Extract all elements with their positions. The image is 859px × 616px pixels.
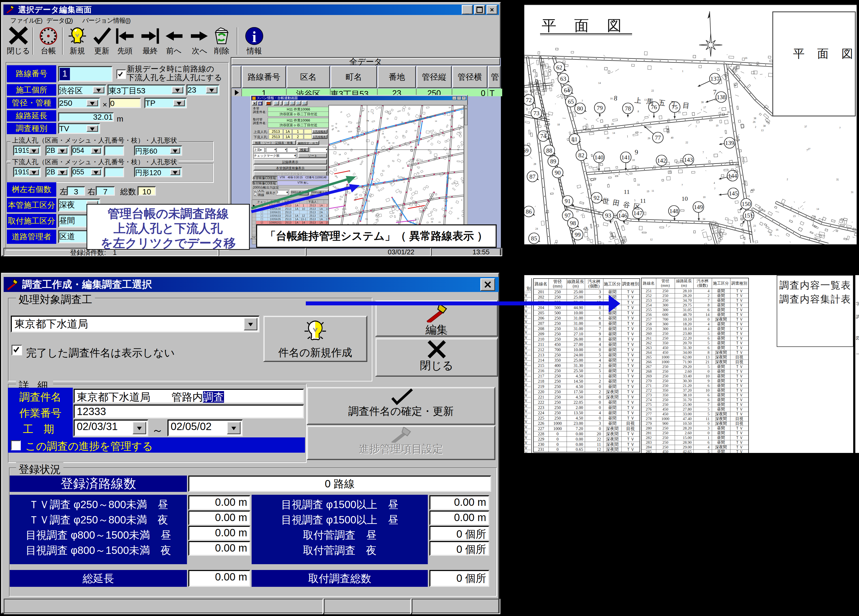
svg-text:30: 30 [410, 146, 412, 147]
svg-text:139: 139 [725, 140, 734, 146]
svg-text:平面図: 平面図 [542, 17, 639, 34]
svg-text:7: 7 [703, 151, 704, 154]
svg-text:9: 9 [635, 149, 638, 156]
svg-text:86: 86 [526, 208, 532, 215]
svg-text:19: 19 [576, 210, 578, 213]
svg-text:90: 90 [555, 169, 561, 176]
svg-text:38: 38 [763, 124, 766, 127]
svg-text:1: 1 [372, 170, 373, 172]
svg-text:93: 93 [605, 212, 611, 219]
svg-text:18: 18 [412, 159, 414, 161]
svg-text:19: 19 [647, 190, 649, 193]
svg-text:15: 15 [731, 225, 734, 228]
svg-text:145: 145 [729, 190, 738, 197]
svg-text:64: 64 [564, 87, 570, 94]
svg-text:23: 23 [793, 215, 796, 217]
svg-text:6: 6 [545, 64, 547, 67]
svg-text:35: 35 [547, 123, 550, 126]
svg-text:5: 5 [371, 166, 372, 167]
svg-text:2: 2 [404, 181, 405, 183]
svg-text:97: 97 [565, 212, 571, 219]
svg-text:14: 14 [612, 131, 615, 134]
svg-text:30: 30 [701, 101, 704, 104]
svg-text:18: 18 [339, 153, 341, 155]
svg-text:39: 39 [813, 215, 815, 218]
svg-text:7: 7 [417, 166, 418, 168]
svg-text:世田谷区: 世田谷区 [602, 197, 645, 211]
svg-text:7: 7 [586, 227, 587, 230]
svg-text:23: 23 [593, 220, 595, 223]
svg-text:13: 13 [457, 217, 459, 219]
svg-text:12: 12 [347, 158, 349, 159]
svg-text:26: 26 [753, 120, 755, 124]
svg-text:25: 25 [382, 133, 384, 134]
svg-text:18: 18 [392, 178, 395, 180]
svg-text:92: 92 [594, 195, 600, 201]
svg-text:79: 79 [597, 105, 603, 111]
svg-text:23: 23 [753, 224, 756, 227]
svg-text:5: 5 [368, 111, 369, 113]
svg-text:73: 73 [534, 110, 540, 117]
svg-text:11: 11 [651, 189, 654, 192]
svg-text:65: 65 [568, 98, 574, 105]
svg-text:2: 2 [754, 229, 755, 232]
svg-text:28: 28 [611, 123, 614, 125]
svg-text:7: 7 [681, 184, 683, 186]
svg-text:88: 88 [547, 147, 553, 154]
svg-text:1: 1 [682, 70, 683, 73]
svg-text:11: 11 [640, 197, 646, 204]
svg-text:137: 137 [711, 75, 720, 82]
svg-text:7: 7 [695, 125, 697, 128]
svg-text:27: 27 [451, 207, 453, 209]
svg-text:27: 27 [356, 193, 358, 195]
svg-text:140: 140 [595, 154, 604, 161]
svg-text:10: 10 [632, 159, 635, 161]
svg-text:74: 74 [540, 133, 547, 139]
svg-text:7: 7 [839, 127, 840, 130]
svg-text:77: 77 [655, 134, 661, 141]
svg-text:7: 7 [582, 99, 583, 102]
svg-text:2: 2 [787, 178, 788, 181]
svg-text:27: 27 [415, 219, 417, 220]
svg-text:5: 5 [459, 129, 460, 130]
svg-text:18: 18 [557, 123, 560, 126]
svg-text:8: 8 [637, 110, 639, 113]
svg-text:20: 20 [727, 111, 729, 114]
svg-text:10: 10 [414, 130, 417, 131]
svg-text:31: 31 [851, 191, 853, 194]
svg-text:1: 1 [383, 130, 384, 132]
svg-text:27: 27 [808, 147, 811, 150]
svg-text:14: 14 [386, 140, 388, 142]
svg-text:25: 25 [703, 58, 706, 61]
svg-text:15: 15 [354, 199, 356, 201]
svg-text:7: 7 [791, 206, 792, 209]
svg-text:81: 81 [572, 136, 578, 142]
svg-text:138: 138 [717, 94, 726, 100]
svg-text:11: 11 [457, 149, 459, 150]
svg-text:36: 36 [769, 233, 772, 236]
svg-text:24: 24 [401, 121, 403, 123]
svg-text:25: 25 [337, 130, 339, 132]
svg-text:16: 16 [388, 142, 390, 144]
svg-text:82: 82 [578, 152, 584, 159]
svg-text:2: 2 [682, 222, 683, 225]
svg-text:80: 80 [577, 105, 583, 112]
svg-text:26: 26 [431, 221, 433, 223]
svg-text:8: 8 [349, 170, 350, 172]
svg-text:38: 38 [758, 210, 761, 213]
svg-text:35: 35 [836, 178, 839, 181]
svg-text:63: 63 [560, 75, 566, 82]
svg-text:13: 13 [331, 125, 333, 127]
svg-text:17: 17 [430, 152, 432, 154]
svg-text:19: 19 [716, 124, 718, 127]
svg-text:69: 69 [524, 147, 529, 154]
svg-text:26: 26 [347, 144, 349, 145]
svg-text:30: 30 [426, 207, 428, 209]
svg-text:16: 16 [734, 84, 736, 87]
svg-text:10: 10 [345, 125, 348, 127]
svg-text:2: 2 [755, 125, 756, 128]
svg-text:5: 5 [736, 135, 740, 143]
svg-text:20: 20 [607, 136, 609, 139]
svg-text:12: 12 [747, 195, 750, 197]
svg-text:142: 142 [657, 157, 666, 164]
